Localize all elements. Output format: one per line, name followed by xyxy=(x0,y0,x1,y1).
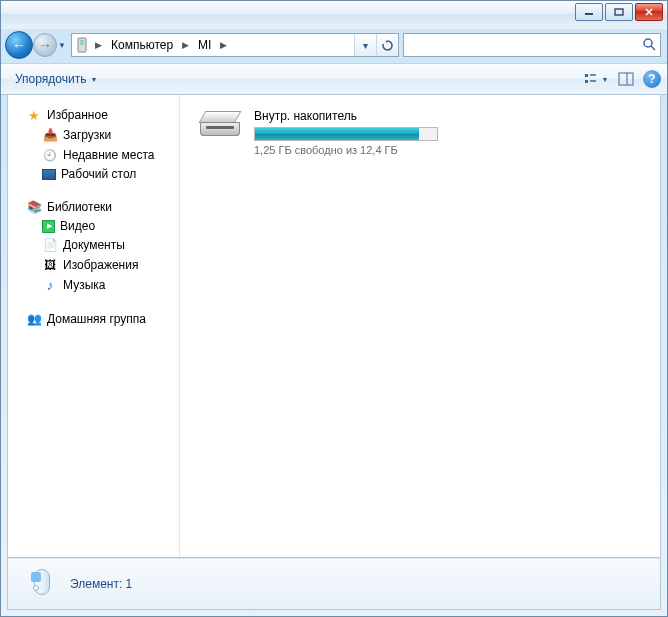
nav-buttons: ← → ▼ xyxy=(5,30,67,60)
svg-rect-1 xyxy=(615,9,623,15)
forward-button[interactable]: → xyxy=(33,33,57,57)
sidebar-item-libraries[interactable]: Библиотеки xyxy=(8,197,179,217)
drive-item[interactable]: Внутр. накопитель 1,25 ГБ свободно из 12… xyxy=(194,105,646,160)
window-buttons xyxy=(575,3,663,21)
refresh-icon xyxy=(381,39,394,52)
preview-pane-button[interactable] xyxy=(613,68,639,90)
drive-status: 1,25 ГБ свободно из 12,4 ГБ xyxy=(254,144,642,156)
title-bar xyxy=(1,1,667,29)
sidebar-item-label: Видео xyxy=(60,219,95,233)
star-icon: ★ xyxy=(26,107,42,123)
sidebar-item-homegroup[interactable]: Домашняя группа xyxy=(8,309,179,329)
organize-label: Упорядочить xyxy=(15,72,86,86)
nav-history-dropdown[interactable]: ▼ xyxy=(57,36,67,54)
sidebar-item-downloads[interactable]: Загрузки xyxy=(8,125,179,145)
svg-rect-5 xyxy=(80,40,84,45)
back-button[interactable]: ← xyxy=(5,31,33,59)
explorer-body: ★ Избранное Загрузки Недавние места Рабо… xyxy=(7,95,661,558)
chevron-down-icon: ▾ xyxy=(363,40,368,51)
svg-rect-0 xyxy=(585,13,593,15)
sidebar-item-images[interactable]: Изображения xyxy=(8,255,179,275)
svg-rect-8 xyxy=(585,74,588,77)
sidebar-item-label: Рабочий стол xyxy=(61,167,136,181)
chevron-right-icon: ▶ xyxy=(92,40,105,50)
svg-point-6 xyxy=(644,39,652,47)
breadcrumb-computer[interactable]: Компьютер xyxy=(105,34,179,56)
minimize-icon xyxy=(584,8,594,16)
device-large-icon xyxy=(18,563,58,605)
svg-rect-12 xyxy=(619,73,633,85)
details-pane: Элемент: 1 xyxy=(7,558,661,610)
details-text: Элемент: 1 xyxy=(70,577,132,591)
sidebar-item-label: Библиотеки xyxy=(47,200,112,214)
svg-line-7 xyxy=(651,46,655,50)
libraries-icon xyxy=(26,199,42,215)
recent-icon xyxy=(42,147,58,163)
sidebar-item-label: Загрузки xyxy=(63,128,111,142)
explorer-window: ← → ▼ ▶ Компьютер ▶ MI ▶ ▾ xyxy=(0,0,668,617)
images-icon xyxy=(42,257,58,273)
maximize-button[interactable] xyxy=(605,3,633,21)
content-pane[interactable]: Внутр. накопитель 1,25 ГБ свободно из 12… xyxy=(180,95,660,557)
music-icon xyxy=(42,277,58,293)
arrow-left-icon: ← xyxy=(12,37,26,53)
drive-info: Внутр. накопитель 1,25 ГБ свободно из 12… xyxy=(254,109,642,156)
video-icon xyxy=(42,220,55,233)
sidebar-item-label: Недавние места xyxy=(63,148,154,162)
minimize-button[interactable] xyxy=(575,3,603,21)
search-icon[interactable] xyxy=(642,37,656,54)
navigation-pane[interactable]: ★ Избранное Загрузки Недавние места Рабо… xyxy=(8,95,180,557)
homegroup-icon xyxy=(26,311,42,327)
storage-bar-fill xyxy=(255,128,419,140)
sidebar-item-label: Музыка xyxy=(63,278,105,292)
close-icon xyxy=(644,8,654,16)
help-button[interactable]: ? xyxy=(643,70,661,88)
address-dropdown-button[interactable]: ▾ xyxy=(354,34,376,56)
sidebar-item-label: Изображения xyxy=(63,258,138,272)
view-options-button[interactable]: ▼ xyxy=(583,68,609,90)
chevron-right-icon: ▶ xyxy=(179,40,192,50)
refresh-button[interactable] xyxy=(376,34,398,56)
svg-rect-9 xyxy=(585,80,588,83)
sidebar-item-recent[interactable]: Недавние места xyxy=(8,145,179,165)
organize-menu[interactable]: Упорядочить ▼ xyxy=(7,69,105,89)
close-button[interactable] xyxy=(635,3,663,21)
toolbar: Упорядочить ▼ ▼ ? xyxy=(1,63,667,95)
downloads-icon xyxy=(42,127,58,143)
help-icon: ? xyxy=(648,72,655,86)
sidebar-item-video[interactable]: Видео xyxy=(8,217,179,235)
chevron-down-icon: ▼ xyxy=(602,76,609,83)
documents-icon xyxy=(42,237,58,253)
chevron-right-icon: ▶ xyxy=(217,40,230,50)
preview-pane-icon xyxy=(618,72,634,86)
sidebar-item-documents[interactable]: Документы xyxy=(8,235,179,255)
arrow-right-icon: → xyxy=(38,37,52,53)
sidebar-item-favorites[interactable]: ★ Избранное xyxy=(8,105,179,125)
device-icon xyxy=(72,37,92,53)
drive-icon xyxy=(198,109,242,141)
view-icon xyxy=(584,72,600,86)
nav-row: ← → ▼ ▶ Компьютер ▶ MI ▶ ▾ xyxy=(1,29,667,63)
breadcrumb-device[interactable]: MI xyxy=(192,34,217,56)
chevron-down-icon: ▼ xyxy=(90,76,97,83)
desktop-icon xyxy=(42,169,56,180)
search-input[interactable] xyxy=(408,38,642,52)
sidebar-item-label: Домашняя группа xyxy=(47,312,146,326)
sidebar-item-music[interactable]: Музыка xyxy=(8,275,179,295)
maximize-icon xyxy=(614,8,624,16)
address-bar[interactable]: ▶ Компьютер ▶ MI ▶ ▾ xyxy=(71,33,399,57)
search-box[interactable] xyxy=(403,33,661,57)
drive-name: Внутр. накопитель xyxy=(254,109,642,123)
sidebar-item-desktop[interactable]: Рабочий стол xyxy=(8,165,179,183)
sidebar-item-label: Избранное xyxy=(47,108,108,122)
storage-bar xyxy=(254,127,438,141)
sidebar-item-label: Документы xyxy=(63,238,125,252)
